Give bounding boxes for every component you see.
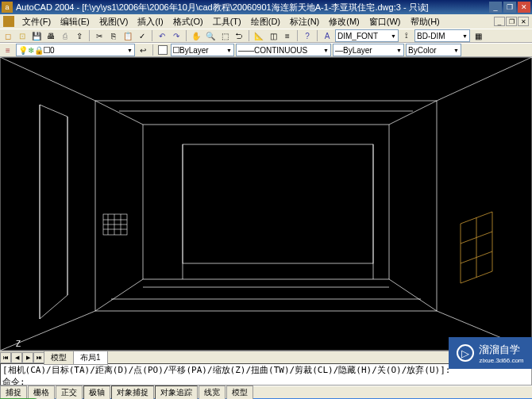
- menu-insert[interactable]: 插入(I): [133, 15, 168, 29]
- statusbar: 捕捉 栅格 正交 极轴 对象捕捉 对象追踪 线宽 模型: [0, 386, 532, 398]
- svg-line-2: [0, 311, 95, 351]
- status-grid[interactable]: 栅格: [28, 386, 55, 400]
- properties-toolbar: ≡ 💡❄🔒 0 ▼ ↩ ByLayer▼ —— CONTINUOUS▼ — By…: [0, 43, 532, 57]
- menu-tools[interactable]: 工具(T): [208, 15, 246, 29]
- tab-next-button[interactable]: ▶: [22, 352, 33, 363]
- menu-format[interactable]: 格式(O): [168, 15, 208, 29]
- status-polar[interactable]: 极轴: [83, 386, 110, 400]
- toolbar-area: ◻ ⊡ 💾 🖶 ⎙ ⇪ ✂ ⎘ 📋 ✓ ↶ ↷ ✋ 🔍 ⬚ ⮌ 📐 ◫ ≡ ? …: [0, 29, 532, 57]
- status-osnap[interactable]: 对象捕捉: [111, 386, 154, 400]
- zoom-window-button[interactable]: ⬚: [218, 29, 231, 42]
- child-minimize-button[interactable]: _: [494, 17, 505, 26]
- child-restore-button[interactable]: ❐: [506, 17, 517, 26]
- new-button[interactable]: ◻: [2, 29, 14, 42]
- copy-button[interactable]: ⎘: [107, 29, 120, 42]
- publish-button[interactable]: ⇪: [73, 29, 86, 42]
- watermark-text: 溜溜自学: [479, 343, 520, 355]
- drawing-area[interactable]: Z: [0, 57, 532, 351]
- tab-prev-button[interactable]: ◀: [11, 352, 22, 363]
- status-lwt[interactable]: 线宽: [199, 386, 226, 400]
- command-prompt: 命令:: [1, 376, 531, 386]
- separator: [249, 30, 249, 41]
- lineweight-dropdown[interactable]: — ByLayer▼: [333, 44, 404, 56]
- app-icon: a: [2, 2, 13, 13]
- zoom-rt-button[interactable]: 🔍: [204, 29, 217, 42]
- tab-last-button[interactable]: ⏭: [33, 352, 44, 363]
- tab-first-button[interactable]: ⏮: [0, 352, 11, 363]
- menu-window[interactable]: 窗口(W): [364, 15, 406, 29]
- menubar: 文件(F) 编辑(E) 视图(V) 插入(I) 格式(O) 工具(T) 绘图(D…: [0, 14, 532, 29]
- textstyle-dropdown[interactable]: DIM_FONT▼: [335, 29, 399, 42]
- tab-layout1[interactable]: 布局1: [73, 351, 108, 365]
- dimstyle-dropdown[interactable]: BD-DIM▼: [414, 29, 470, 42]
- help-button[interactable]: ?: [301, 29, 314, 42]
- menu-file[interactable]: 文件(F): [17, 15, 56, 29]
- doc-icon: [3, 16, 14, 27]
- table-button[interactable]: ▦: [472, 29, 484, 42]
- dcenter-button[interactable]: ◫: [267, 29, 279, 42]
- paste-button[interactable]: 📋: [121, 29, 134, 42]
- menu-modify[interactable]: 修改(M): [324, 15, 364, 29]
- watermark: ▷ 溜溜自学 zixue.3d66.com: [449, 337, 532, 369]
- redo-button[interactable]: ↷: [170, 29, 183, 42]
- play-icon: ▷: [457, 344, 474, 362]
- standard-toolbar: ◻ ⊡ 💾 🖶 ⎙ ⇪ ✂ ⎘ 📋 ✓ ↶ ↷ ✋ 🔍 ⬚ ⮌ 📐 ◫ ≡ ? …: [0, 29, 532, 43]
- menu-view[interactable]: 视图(V): [94, 15, 133, 29]
- separator: [89, 30, 90, 41]
- zoom-prev-button[interactable]: ⮌: [233, 29, 245, 42]
- undo-button[interactable]: ↶: [156, 29, 168, 42]
- linetype-dropdown[interactable]: —— CONTINUOUS▼: [236, 44, 331, 56]
- status-ortho[interactable]: 正交: [56, 386, 83, 400]
- save-button[interactable]: 💾: [30, 29, 43, 42]
- plotstyle-dropdown[interactable]: ByColor▼: [406, 44, 461, 56]
- ucs-z-label: Z: [16, 340, 21, 348]
- svg-rect-4: [183, 144, 373, 263]
- menu-dimension[interactable]: 标注(N): [285, 15, 324, 29]
- separator: [152, 44, 153, 56]
- match-button[interactable]: ✓: [136, 29, 148, 42]
- color-button[interactable]: [156, 44, 169, 56]
- layer-prev-button[interactable]: ↩: [137, 44, 149, 56]
- properties-button[interactable]: 📐: [253, 29, 265, 42]
- status-model[interactable]: 模型: [226, 386, 253, 400]
- watermark-url: zixue.3d66.com: [479, 357, 523, 364]
- close-button[interactable]: ✕: [518, 2, 530, 13]
- layer-dropdown[interactable]: 💡❄🔒 0 ▼: [16, 44, 135, 56]
- preview-button[interactable]: ⎙: [59, 29, 71, 42]
- svg-line-1: [437, 57, 532, 101]
- separator: [317, 30, 318, 41]
- separator: [152, 30, 152, 41]
- menu-help[interactable]: 帮助(H): [406, 15, 445, 29]
- layer-props-button[interactable]: ≡: [2, 44, 14, 56]
- menu-draw[interactable]: 绘图(D): [246, 15, 285, 29]
- titlebar: a AutoCAD 2004 - [f:\yy\ys1\2006年\2006年1…: [0, 0, 532, 14]
- menu-edit[interactable]: 编辑(E): [56, 15, 94, 29]
- cut-button[interactable]: ✂: [93, 29, 106, 42]
- wireframe-view: [0, 57, 532, 351]
- separator: [186, 30, 187, 41]
- tab-model[interactable]: 模型: [44, 351, 74, 365]
- print-button[interactable]: 🖶: [44, 29, 57, 42]
- text-style-button[interactable]: A: [321, 29, 333, 42]
- pan-button[interactable]: ✋: [190, 29, 202, 42]
- minimize-button[interactable]: _: [489, 2, 502, 13]
- child-close-button[interactable]: ✕: [518, 17, 529, 26]
- separator: [297, 30, 298, 41]
- open-button[interactable]: ⊡: [16, 29, 29, 42]
- chevron-down-icon: ▼: [127, 48, 133, 53]
- svg-line-0: [0, 57, 95, 101]
- status-snap[interactable]: 捕捉: [0, 386, 27, 400]
- status-otrack[interactable]: 对象追踪: [155, 386, 198, 400]
- dim-style-button[interactable]: ⟟: [400, 29, 413, 42]
- toolpal-button[interactable]: ≡: [281, 29, 294, 42]
- color-dropdown[interactable]: ByLayer▼: [171, 44, 234, 56]
- window-title: AutoCAD 2004 - [f:\yy\ys1\2006年\2006年10月…: [16, 2, 489, 13]
- maximize-button[interactable]: ❐: [503, 2, 516, 13]
